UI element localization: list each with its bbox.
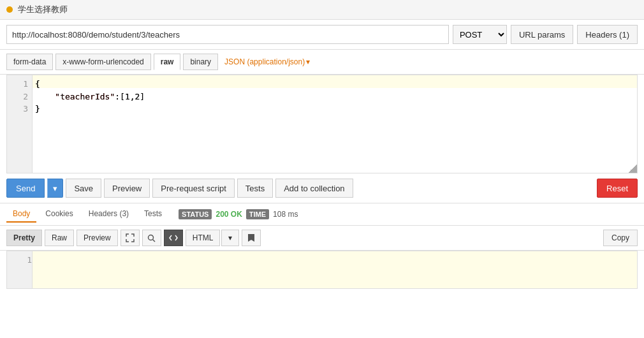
pre-request-script-button[interactable]: Pre-request script bbox=[152, 179, 235, 198]
tab-tests[interactable]: Tests bbox=[138, 206, 168, 223]
method-select[interactable]: POST GET PUT DELETE bbox=[453, 25, 507, 44]
resp-line-1: 1 bbox=[27, 255, 32, 265]
response-line-numbers: 1 bbox=[7, 251, 33, 288]
page-title: 学生选择教师 bbox=[18, 4, 68, 15]
copy-button[interactable]: Copy bbox=[603, 230, 638, 246]
tab-headers[interactable]: Headers (3) bbox=[82, 206, 135, 223]
url-bar: POST GET PUT DELETE URL params Headers (… bbox=[0, 20, 644, 50]
add-to-collection-button[interactable]: Add to collection bbox=[275, 179, 353, 198]
tab-form-data[interactable]: form-data bbox=[6, 54, 53, 70]
headers-button[interactable]: Headers (1) bbox=[577, 25, 638, 44]
chevron-down-icon: ▾ bbox=[306, 57, 310, 66]
preview-format-button[interactable]: Preview bbox=[77, 230, 118, 246]
code-textarea[interactable]: { "teacherIds":[1,2] } bbox=[33, 75, 637, 173]
raw-format-button[interactable]: Raw bbox=[45, 230, 74, 246]
tests-button[interactable]: Tests bbox=[237, 179, 273, 198]
tab-binary[interactable]: binary bbox=[183, 54, 218, 70]
resize-handle[interactable] bbox=[628, 164, 637, 173]
line-numbers: 1 2 3 bbox=[7, 75, 33, 173]
tab-raw[interactable]: raw bbox=[154, 54, 181, 70]
svg-point-0 bbox=[149, 235, 154, 240]
url-params-button[interactable]: URL params bbox=[511, 25, 573, 44]
html-dropdown-arrow[interactable]: ▾ bbox=[221, 230, 239, 246]
tab-x-www[interactable]: x-www-form-urlencoded bbox=[55, 54, 150, 70]
action-bar: Send ▾ Save Preview Pre-request script T… bbox=[0, 173, 644, 203]
bookmark-icon[interactable] bbox=[242, 230, 261, 246]
time-value: 108 ms bbox=[273, 210, 298, 219]
save-button[interactable]: Save bbox=[66, 179, 101, 198]
status-label: STATUS bbox=[179, 209, 212, 219]
response-tabs: Body Cookies Headers (3) Tests STATUS 20… bbox=[0, 203, 644, 226]
url-input[interactable] bbox=[6, 25, 449, 44]
title-bar: 学生选择教师 bbox=[0, 0, 644, 20]
time-label: TIME bbox=[246, 209, 269, 219]
response-area: 1 bbox=[6, 251, 638, 289]
html-dropdown[interactable]: HTML ▾ bbox=[186, 230, 240, 246]
send-dropdown-button[interactable]: ▾ bbox=[47, 179, 63, 198]
status-value: 200 OK bbox=[216, 210, 242, 219]
body-type-tabs: form-data x-www-form-urlencoded raw bina… bbox=[0, 50, 644, 75]
preview-button[interactable]: Preview bbox=[104, 179, 150, 198]
svg-line-1 bbox=[153, 239, 156, 242]
response-content bbox=[33, 251, 637, 288]
pretty-button[interactable]: Pretty bbox=[6, 230, 42, 246]
html-label[interactable]: HTML bbox=[186, 230, 221, 246]
tab-body[interactable]: Body bbox=[6, 206, 36, 223]
reset-button[interactable]: Reset bbox=[597, 179, 638, 198]
title-dot bbox=[6, 6, 13, 13]
tab-cookies[interactable]: Cookies bbox=[39, 206, 79, 223]
expand-icon[interactable] bbox=[121, 230, 140, 246]
send-button[interactable]: Send bbox=[6, 179, 45, 198]
request-body-editor[interactable]: 1 2 3 { "teacherIds":[1,2] } { "teacherI… bbox=[6, 75, 638, 173]
status-badge: STATUS 200 OK TIME 108 ms bbox=[179, 209, 298, 219]
search-icon[interactable] bbox=[142, 230, 161, 246]
json-type-label[interactable]: JSON (application/json) ▾ bbox=[221, 57, 314, 66]
code-icon[interactable] bbox=[164, 230, 183, 246]
format-bar: Pretty Raw Preview HTML ▾ Copy bbox=[0, 226, 644, 251]
